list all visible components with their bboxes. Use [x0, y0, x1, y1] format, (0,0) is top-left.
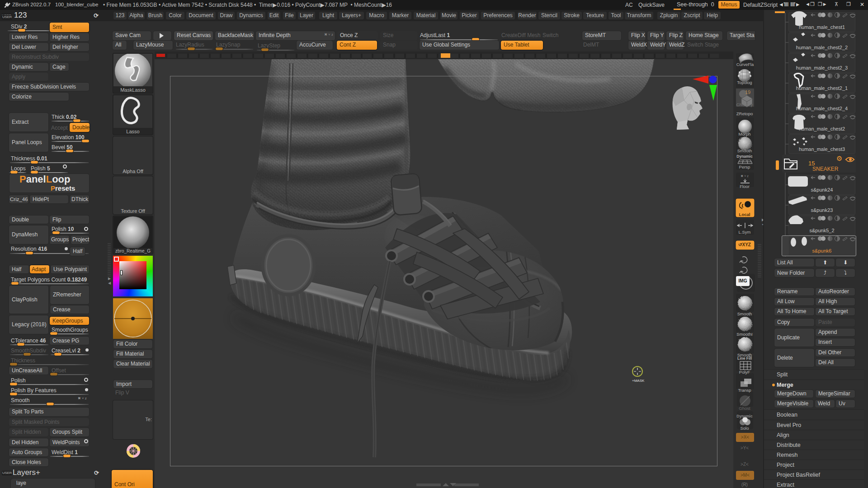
svg-text:+MASK: +MASK	[632, 379, 645, 383]
